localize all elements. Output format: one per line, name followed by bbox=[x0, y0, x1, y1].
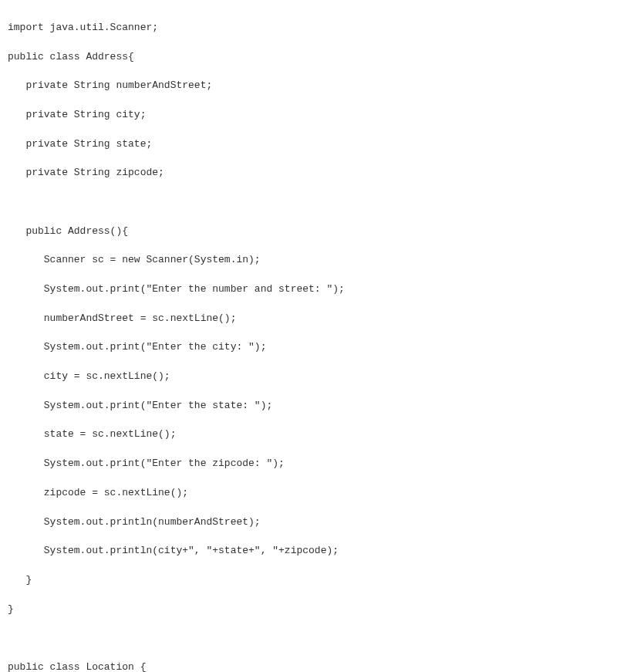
code-line: private String zipcode; bbox=[8, 166, 609, 181]
code-line: private String numberAndStreet; bbox=[8, 79, 609, 93]
code-line: System.out.println(numberAndStreet); bbox=[8, 515, 609, 530]
code-line: System.out.print("Enter the zipcode: "); bbox=[8, 457, 609, 471]
code-line bbox=[8, 195, 609, 210]
code-line: state = sc.nextLine(); bbox=[8, 427, 609, 442]
code-line: import java.util.Scanner; bbox=[8, 21, 609, 35]
code-line: System.out.print("Enter the number and s… bbox=[8, 282, 609, 297]
code-line: } bbox=[8, 573, 609, 588]
code-line: zipcode = sc.nextLine(); bbox=[8, 486, 609, 501]
code-line: public Address(){ bbox=[8, 225, 609, 239]
code-line: System.out.print("Enter the state: "); bbox=[8, 399, 609, 414]
code-block: import java.util.Scanner; public class A… bbox=[8, 6, 609, 672]
code-line: private String state; bbox=[8, 137, 609, 152]
code-line: System.out.println(city+", "+state+", "+… bbox=[8, 544, 609, 559]
code-line bbox=[8, 631, 609, 646]
code-line: private String city; bbox=[8, 108, 609, 123]
code-line: public class Location { bbox=[8, 660, 609, 672]
code-line: numberAndStreet = sc.nextLine(); bbox=[8, 312, 609, 326]
code-line: System.out.print("Enter the city: "); bbox=[8, 340, 609, 355]
code-line: city = sc.nextLine(); bbox=[8, 370, 609, 384]
code-line: public class Address{ bbox=[8, 50, 609, 65]
code-line: Scanner sc = new Scanner(System.in); bbox=[8, 253, 609, 268]
code-line: } bbox=[8, 603, 609, 617]
